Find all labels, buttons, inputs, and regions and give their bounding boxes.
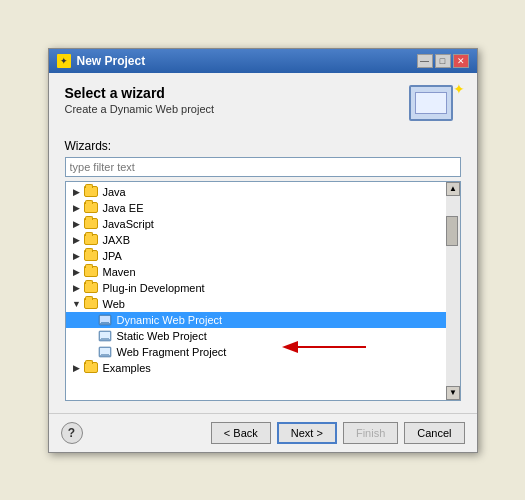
header-section: Select a wizard Create a Dynamic Web pro… bbox=[65, 85, 461, 127]
folder-icon-jaxb bbox=[84, 234, 98, 245]
tree-item-javascript[interactable]: ▶ JavaScript bbox=[66, 216, 460, 232]
dialog-footer: ? < Back Next > Finish Cancel bbox=[49, 413, 477, 452]
expander-plugin[interactable]: ▶ bbox=[70, 281, 84, 295]
help-button[interactable]: ? bbox=[61, 422, 83, 444]
dialog-content: Select a wizard Create a Dynamic Web pro… bbox=[49, 73, 477, 413]
expander-dynamic-web bbox=[84, 313, 98, 327]
tree-item-web-fragment-project[interactable]: Web Fragment Project bbox=[66, 344, 460, 360]
folder-icon-maven bbox=[84, 266, 98, 277]
sparkle-icon: ✦ bbox=[453, 81, 465, 97]
folder-icon-plugin bbox=[84, 282, 98, 293]
footer-right: < Back Next > Finish Cancel bbox=[211, 422, 465, 444]
label-dynamic-web-project: Dynamic Web Project bbox=[117, 314, 223, 326]
label-jpa: JPA bbox=[103, 250, 122, 262]
label-plugin: Plug-in Development bbox=[103, 282, 205, 294]
tree-item-jaxb[interactable]: ▶ JAXB bbox=[66, 232, 460, 248]
finish-button[interactable]: Finish bbox=[343, 422, 398, 444]
label-java: Java bbox=[103, 186, 126, 198]
label-static-web-project: Static Web Project bbox=[117, 330, 207, 342]
label-examples: Examples bbox=[103, 362, 151, 374]
expander-web-fragment bbox=[84, 345, 98, 359]
tree-item-plugin[interactable]: ▶ Plug-in Development bbox=[66, 280, 460, 296]
window-title: New Project bbox=[77, 54, 146, 68]
scroll-track bbox=[446, 196, 460, 386]
window-icon: ✦ bbox=[57, 54, 71, 68]
svg-rect-7 bbox=[100, 348, 110, 355]
title-bar-controls: — □ ✕ bbox=[417, 54, 469, 68]
back-button[interactable]: < Back bbox=[211, 422, 271, 444]
expander-javaee[interactable]: ▶ bbox=[70, 201, 84, 215]
svg-rect-2 bbox=[101, 322, 109, 323]
monitor-icon bbox=[409, 85, 453, 121]
close-button[interactable]: ✕ bbox=[453, 54, 469, 68]
title-bar-left: ✦ New Project bbox=[57, 54, 146, 68]
scroll-down-button[interactable]: ▼ bbox=[446, 386, 460, 400]
svg-rect-1 bbox=[100, 316, 110, 323]
label-maven: Maven bbox=[103, 266, 136, 278]
tree-item-static-web-project[interactable]: Static Web Project bbox=[66, 328, 460, 344]
maximize-button[interactable]: □ bbox=[435, 54, 451, 68]
tree-item-web[interactable]: ▼ Web bbox=[66, 296, 460, 312]
scrollbar[interactable]: ▲ ▼ bbox=[446, 182, 460, 400]
label-javaee: Java EE bbox=[103, 202, 144, 214]
label-jaxb: JAXB bbox=[103, 234, 131, 246]
tree-item-examples[interactable]: ▶ Examples bbox=[66, 360, 460, 376]
expander-maven[interactable]: ▶ bbox=[70, 265, 84, 279]
project-icon-dynamic-web bbox=[98, 313, 112, 327]
monitor-screen bbox=[415, 92, 447, 114]
tree-inner[interactable]: ▶ Java ▶ Java EE ▶ JavaScript bbox=[66, 182, 460, 400]
minimize-button[interactable]: — bbox=[417, 54, 433, 68]
header-text: Select a wizard Create a Dynamic Web pro… bbox=[65, 85, 215, 115]
tree-item-javaee[interactable]: ▶ Java EE bbox=[66, 200, 460, 216]
folder-icon-examples bbox=[84, 362, 98, 373]
tree-item-dynamic-web-project[interactable]: Dynamic Web Project bbox=[66, 312, 460, 328]
tree-item-jpa[interactable]: ▶ JPA bbox=[66, 248, 460, 264]
cancel-button[interactable]: Cancel bbox=[404, 422, 464, 444]
expander-jpa[interactable]: ▶ bbox=[70, 249, 84, 263]
folder-icon-javaee bbox=[84, 202, 98, 213]
expander-web[interactable]: ▼ bbox=[70, 297, 84, 311]
footer-left: ? bbox=[61, 422, 83, 444]
folder-icon-java bbox=[84, 186, 98, 197]
wizards-label: Wizards: bbox=[65, 139, 461, 153]
expander-java[interactable]: ▶ bbox=[70, 185, 84, 199]
title-bar: ✦ New Project — □ ✕ bbox=[49, 49, 477, 73]
label-web: Web bbox=[103, 298, 125, 310]
project-icon-static-web bbox=[98, 329, 112, 343]
expander-examples[interactable]: ▶ bbox=[70, 361, 84, 375]
expander-jaxb[interactable]: ▶ bbox=[70, 233, 84, 247]
tree-item-maven[interactable]: ▶ Maven bbox=[66, 264, 460, 280]
new-project-dialog: ✦ New Project — □ ✕ Select a wizard Crea… bbox=[48, 48, 478, 453]
svg-rect-5 bbox=[101, 338, 109, 339]
tree-container: ▶ Java ▶ Java EE ▶ JavaScript bbox=[65, 181, 461, 401]
filter-input[interactable] bbox=[65, 157, 461, 177]
svg-rect-8 bbox=[101, 354, 109, 355]
scroll-up-button[interactable]: ▲ bbox=[446, 182, 460, 196]
svg-rect-4 bbox=[100, 332, 110, 339]
heading: Select a wizard bbox=[65, 85, 215, 101]
tree-item-java[interactable]: ▶ Java bbox=[66, 184, 460, 200]
expander-static-web bbox=[84, 329, 98, 343]
folder-icon-javascript bbox=[84, 218, 98, 229]
expander-javascript[interactable]: ▶ bbox=[70, 217, 84, 231]
next-button[interactable]: Next > bbox=[277, 422, 337, 444]
header-icon: ✦ bbox=[409, 85, 461, 127]
project-icon-web-fragment bbox=[98, 345, 112, 359]
label-web-fragment-project: Web Fragment Project bbox=[117, 346, 227, 358]
folder-icon-jpa bbox=[84, 250, 98, 261]
subheading: Create a Dynamic Web project bbox=[65, 103, 215, 115]
label-javascript: JavaScript bbox=[103, 218, 154, 230]
folder-icon-web bbox=[84, 298, 98, 309]
scroll-thumb[interactable] bbox=[446, 216, 458, 246]
